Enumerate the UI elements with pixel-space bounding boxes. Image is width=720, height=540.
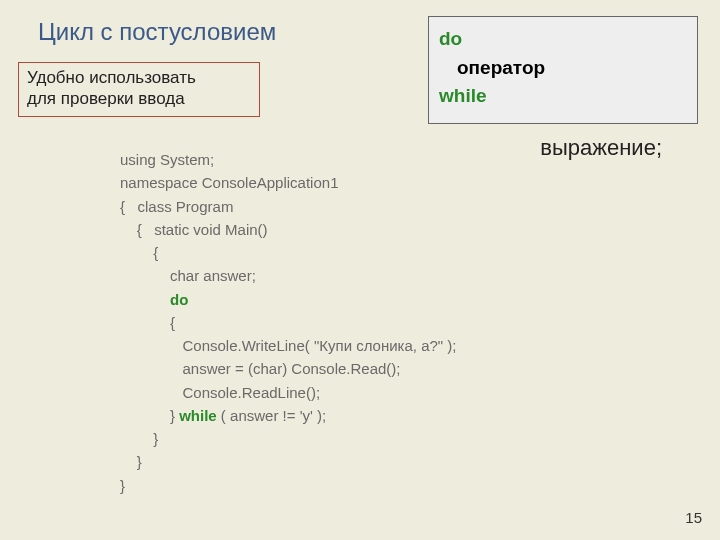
note-line-1: Удобно использовать	[27, 67, 251, 88]
syntax-do: do	[439, 25, 687, 54]
code-line-8: {	[120, 314, 175, 331]
code-line-5: {	[120, 244, 158, 261]
page-number: 15	[685, 509, 702, 526]
syntax-while: while	[439, 82, 687, 111]
code-line-9: Console.WriteLine( "Купи слоника, а?" );	[120, 337, 457, 354]
code-line-11: Console.ReadLine();	[120, 384, 320, 401]
code-line-7-indent	[120, 291, 170, 308]
code-keyword-do: do	[170, 291, 188, 308]
code-block: using System; namespace ConsoleApplicati…	[120, 148, 457, 497]
code-line-10: answer = (char) Console.Read();	[120, 360, 401, 377]
code-line-1: using System;	[120, 151, 214, 168]
note-line-2: для проверки ввода	[27, 88, 251, 109]
code-line-4: { static void Main()	[120, 221, 268, 238]
code-line-13: }	[120, 430, 158, 447]
code-line-12a: }	[120, 407, 179, 424]
code-line-12b: ( answer != 'y' );	[217, 407, 327, 424]
code-line-2: namespace ConsoleApplication1	[120, 174, 338, 191]
code-line-6: char answer;	[120, 267, 256, 284]
syntax-expression: выражение;	[540, 135, 662, 161]
code-line-3: { class Program	[120, 198, 233, 215]
slide-title: Цикл с постусловием	[38, 18, 276, 46]
code-keyword-while: while	[179, 407, 217, 424]
syntax-box: do оператор while	[428, 16, 698, 124]
syntax-operator: оператор	[439, 54, 687, 83]
code-line-15: }	[120, 477, 125, 494]
note-box: Удобно использовать для проверки ввода	[18, 62, 260, 117]
code-line-14: }	[120, 453, 142, 470]
